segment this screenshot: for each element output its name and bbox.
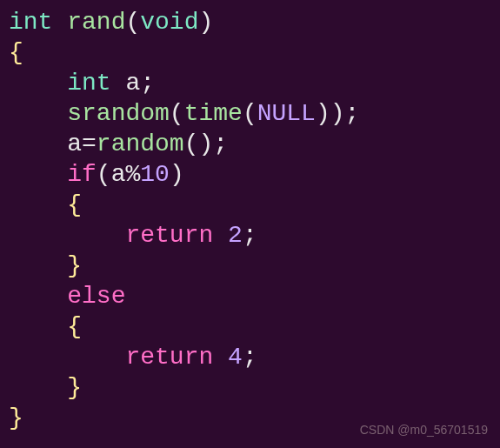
function-name: rand <box>67 9 125 36</box>
code-line-8: return 2; <box>9 220 491 251</box>
close-brace: } <box>67 252 82 279</box>
code-line-6: if(a%10) <box>9 159 491 190</box>
paren: ) <box>330 100 345 127</box>
code-line-10: else <box>9 281 491 311</box>
code-block: int rand(void) { int a; srandom(time(NUL… <box>9 7 491 433</box>
semicolon: ; <box>213 130 228 157</box>
identifier: a <box>111 161 126 188</box>
function-call: random <box>97 130 184 157</box>
void-keyword: void <box>140 9 198 36</box>
code-line-2: { <box>9 37 491 68</box>
open-brace: { <box>67 313 82 340</box>
semicolon: ; <box>140 70 155 97</box>
paren: ( <box>97 161 111 188</box>
code-line-3: int a; <box>9 68 491 98</box>
close-brace: } <box>67 374 82 401</box>
paren: ( <box>184 130 199 157</box>
identifier: a <box>67 130 82 157</box>
code-line-7: { <box>9 190 491 220</box>
function-call: srandom <box>67 100 170 127</box>
return-keyword: return <box>125 344 213 371</box>
return-keyword: return <box>125 222 213 249</box>
paren: ( <box>125 9 140 36</box>
paren: ) <box>316 100 330 127</box>
identifier: a <box>125 70 140 97</box>
function-call: time <box>184 100 243 127</box>
watermark: CSDN @m0_56701519 <box>360 423 488 438</box>
open-brace: { <box>9 39 23 66</box>
if-keyword: if <box>67 161 97 188</box>
open-brace: { <box>67 191 82 218</box>
type-keyword: int <box>67 70 110 97</box>
code-line-1: int rand(void) <box>9 7 491 37</box>
semicolon: ; <box>243 344 257 371</box>
code-line-11: { <box>9 311 491 342</box>
else-keyword: else <box>67 283 125 310</box>
code-line-9: } <box>9 251 491 281</box>
assign-operator: = <box>82 130 97 157</box>
paren: ) <box>170 161 184 188</box>
number-literal: 10 <box>140 161 170 188</box>
number-literal: 4 <box>228 344 243 371</box>
paren: ) <box>198 130 213 157</box>
paren: ( <box>243 100 257 127</box>
number-literal: 2 <box>228 222 243 249</box>
code-line-5: a=random(); <box>9 129 491 159</box>
code-line-4: srandom(time(NULL)); <box>9 98 491 129</box>
code-line-13: } <box>9 372 491 403</box>
paren: ) <box>198 9 213 36</box>
semicolon: ; <box>243 222 257 249</box>
paren: ( <box>170 100 184 127</box>
mod-operator: % <box>125 161 140 188</box>
close-brace: } <box>9 405 23 431</box>
code-line-12: return 4; <box>9 342 491 372</box>
type-keyword: int <box>9 9 52 36</box>
null-constant: NULL <box>257 100 316 127</box>
semicolon: ; <box>345 100 360 127</box>
